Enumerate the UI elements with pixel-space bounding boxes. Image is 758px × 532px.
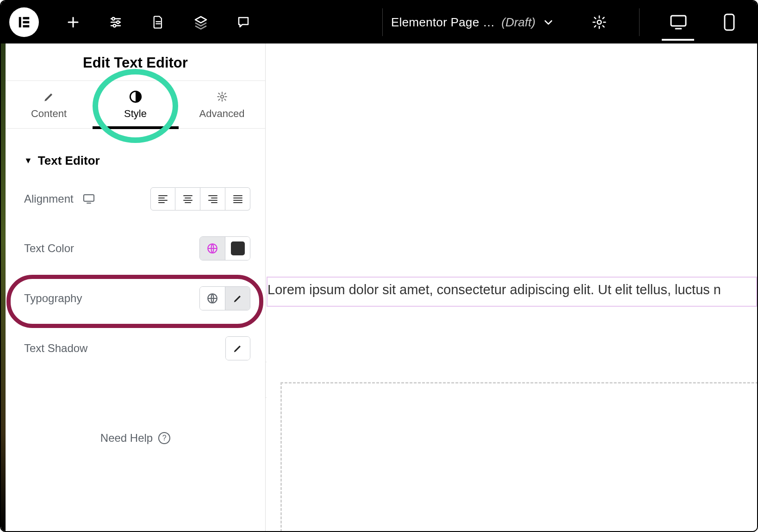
add-element-button[interactable] [52,1,94,43]
align-right-icon [208,195,218,203]
global-typography-button[interactable] [200,287,225,310]
svg-rect-1 [23,17,30,19]
svg-rect-0 [19,17,21,28]
align-center-button[interactable] [175,187,200,210]
toolbar-separator [382,8,383,36]
page-title[interactable]: Elementor Page … [391,15,495,30]
alignment-buttons [150,187,250,210]
desktop-view-button[interactable] [665,14,692,31]
tab-style[interactable]: Style [92,81,179,128]
align-right-button[interactable] [200,187,225,210]
pencil-icon [233,343,243,353]
svg-rect-3 [23,25,30,27]
tab-content[interactable]: Content [6,81,92,128]
color-swatch [231,241,245,255]
text-shadow-edit-button[interactable] [226,337,250,360]
globe-icon [206,242,218,254]
typography-control [199,286,250,310]
sliders-icon [109,15,123,29]
layers-icon [193,15,208,30]
pencil-icon [43,90,56,103]
document-icon [152,15,165,29]
plus-icon [66,15,80,29]
control-alignment: Alignment [6,173,265,217]
page-settings-button[interactable] [578,1,621,43]
chat-icon [236,15,250,29]
svg-point-6 [113,25,116,27]
editor-canvas[interactable]: Lorem ipsum dolor sit amet, consectetur … [267,43,757,531]
panel-tabs: Content Style Advanced [6,80,265,129]
text-color-control [199,236,250,260]
panel-title: Edit Text Editor [6,43,265,80]
align-left-button[interactable] [150,187,175,210]
alignment-label: Alignment [24,192,74,205]
editor-panel: Edit Text Editor Content Style Advanced … [6,43,266,531]
tab-style-label: Style [124,108,147,120]
text-editor-widget[interactable]: Lorem ipsum dolor sit amet, consectetur … [267,277,757,307]
globe-icon [206,292,218,304]
align-center-icon [183,195,193,203]
typography-label: Typography [24,292,82,305]
gear-icon [216,90,229,103]
caret-down-icon: ▼ [24,156,32,166]
active-tab-indicator [93,126,179,129]
svg-point-11 [220,95,224,99]
typography-edit-button[interactable] [225,287,250,310]
text-shadow-label: Text Shadow [24,342,87,355]
page-status: (Draft) [501,15,535,30]
svg-rect-8 [671,16,686,26]
align-justify-button[interactable] [225,187,250,210]
elementor-logo[interactable] [9,7,39,37]
responsive-picker[interactable] [83,194,95,204]
pencil-icon [233,293,243,303]
topbar-left [9,1,265,43]
section-text-editor[interactable]: ▼ Text Editor [6,129,265,173]
mobile-view-button[interactable] [715,13,743,31]
align-justify-icon [233,195,243,203]
control-text-shadow: Text Shadow [6,317,265,367]
toolbar-separator [639,8,640,36]
control-text-color: Text Color [6,217,265,267]
active-view-indicator [662,39,694,41]
help-text: Need Help [100,432,153,445]
chevron-down-icon[interactable] [544,19,553,25]
history-button[interactable] [180,1,222,43]
svg-point-5 [117,21,119,24]
section-title: Text Editor [38,154,100,168]
dropzone[interactable] [280,382,757,531]
question-icon: ? [158,432,170,444]
mobile-icon [723,13,736,31]
desktop-icon [83,194,95,204]
topbar: Elementor Page … (Draft) [1,1,757,43]
gear-icon [592,15,607,30]
text-shadow-control [225,336,250,360]
responsive-switcher [665,13,743,31]
contrast-icon [129,90,142,103]
tab-content-label: Content [31,108,67,120]
text-color-label: Text Color [24,242,74,255]
svg-rect-2 [23,21,30,24]
control-typography: Typography [6,267,265,317]
elementor-logo-icon [17,15,31,29]
need-help-link[interactable]: Need Help ? [6,367,265,445]
topbar-title-group: Elementor Page … (Draft) [380,1,641,43]
desktop-wallpaper-strip [1,43,6,531]
widget-text-content: Lorem ipsum dolor sit amet, consectetur … [267,282,721,297]
site-settings-button[interactable] [94,1,137,43]
color-picker-button[interactable] [225,237,250,260]
desktop-icon [669,14,688,31]
tab-advanced[interactable]: Advanced [179,81,265,128]
svg-point-7 [597,20,602,25]
svg-rect-12 [84,195,94,201]
alignment-label-group: Alignment [24,192,95,205]
svg-point-4 [112,18,115,20]
align-left-icon [158,195,168,203]
structure-button[interactable] [137,1,180,43]
notes-button[interactable] [222,1,265,43]
svg-rect-9 [725,14,734,30]
tab-advanced-label: Advanced [199,108,245,120]
global-color-button[interactable] [200,237,225,260]
